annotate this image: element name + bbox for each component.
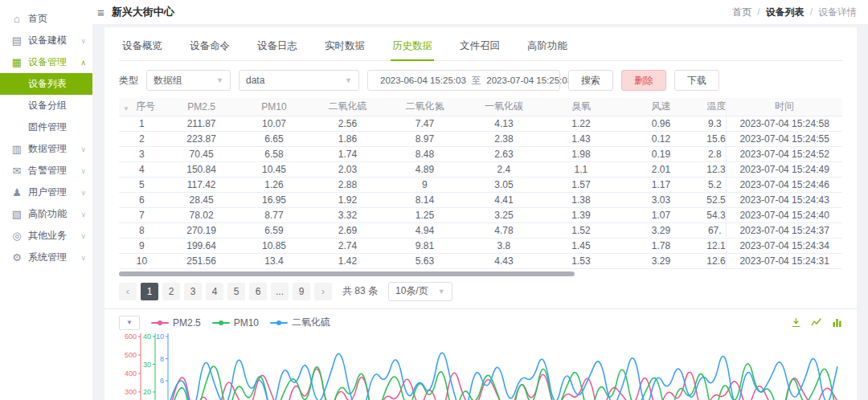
bar-chart-icon[interactable] — [832, 317, 842, 328]
prev-page-button[interactable]: ‹ — [119, 283, 137, 300]
download-button[interactable]: 下载 — [674, 70, 719, 91]
legend-item[interactable]: PM10 — [212, 316, 259, 329]
tab[interactable]: 实时数据 — [323, 34, 366, 60]
sidebar-item[interactable]: ▦设备管理∧ — [0, 51, 92, 73]
table-row[interactable]: 1211.8710.072.567.474.131.220.969.32023-… — [119, 116, 842, 131]
chart-download-icon[interactable] — [791, 317, 801, 328]
chart-area[interactable]: 60050040030020010004030201001086420 — [119, 333, 842, 400]
date-range-picker[interactable]: 2023-06-04 15:25:03 至 2023-07-04 15:25:0… — [367, 70, 560, 91]
table-cell: 4.43 — [465, 253, 544, 268]
table-cell: 3.03 — [619, 192, 704, 207]
sidebar-item[interactable]: ▤设备建模∨ — [0, 30, 92, 51]
history-data-table: ▼序号PM2.5PM10二氧化硫二氧化氮一氧化碳臭氧风速温度时间1211.871… — [119, 98, 842, 269]
data-point-select-value: data — [246, 75, 264, 86]
table-cell: 3.8 — [465, 238, 544, 253]
line-chart-icon[interactable] — [811, 317, 822, 328]
history-line-chart[interactable]: 60050040030020010004030201001086420 — [119, 333, 842, 400]
table-row[interactable]: 10251.5613.41.425.634.431.533.2912.62023… — [119, 253, 842, 268]
table-cell: 6.65 — [238, 131, 309, 146]
table-cell: 52.5 — [703, 192, 726, 207]
sidebar-item[interactable]: ◎其他业务∨ — [0, 225, 92, 247]
table-cell: 1.57 — [543, 177, 618, 192]
sidebar-subitem[interactable]: 固件管理 — [0, 116, 92, 138]
table-row[interactable]: 4150.8410.452.034.892.41.12.0112.32023-0… — [119, 161, 842, 177]
sidebar-item[interactable]: ⌂首页 — [0, 8, 92, 30]
tab[interactable]: 设备概览 — [121, 34, 164, 60]
page-button[interactable]: 9 — [293, 283, 310, 300]
table-row[interactable]: 5117.421.262.8893.051.571.175.22023-07-0… — [119, 177, 842, 192]
data-point-select[interactable]: data ▼ — [239, 70, 359, 91]
breadcrumb-device-list[interactable]: 设备列表 — [766, 6, 805, 19]
delete-button[interactable]: 删除 — [621, 70, 666, 91]
table-cell: 4.94 — [385, 222, 465, 238]
table-cell: 0.12 — [619, 131, 704, 146]
data-group-select[interactable]: 数据组 ▼ — [146, 70, 231, 91]
sidebar-item-label: 首页 — [28, 12, 86, 26]
sidebar-item-label: 数据管理 — [28, 142, 75, 156]
sidebar-item[interactable]: ♟用户管理∨ — [0, 182, 92, 203]
next-page-button[interactable]: › — [314, 283, 332, 300]
table-cell: 67. — [703, 222, 726, 238]
table-row[interactable]: 9199.6410.852.749.813.81.451.7812.12023-… — [119, 238, 842, 253]
legend-item[interactable]: 二氧化硫 — [270, 316, 330, 329]
sidebar-fold-icon[interactable]: ≡ — [97, 6, 104, 18]
page-title: 新兴大街中心 — [112, 5, 174, 19]
chevron-up-icon: ∧ — [80, 59, 86, 67]
sidebar-subitem[interactable]: 设备列表 — [0, 73, 92, 95]
chevron-down-icon: ▼ — [216, 76, 223, 84]
table-cell: 2.4 — [465, 161, 544, 177]
page-buttons: ‹123456...9› — [119, 283, 332, 300]
tab[interactable]: 设备命令 — [188, 34, 231, 60]
date-end[interactable]: 2023-07-04 15:25:03 — [486, 76, 572, 85]
header-filter-caret-icon[interactable]: ▼ — [123, 105, 129, 112]
table-cell: 9 — [385, 177, 465, 192]
table-row[interactable]: 628.4516.951.928.144.411.383.0352.52023-… — [119, 192, 842, 207]
tab[interactable]: 历史数据 — [391, 34, 434, 61]
table-row[interactable]: 778.028.773.321.253.251.391.0754.32023-0… — [119, 207, 842, 222]
page-button[interactable]: 3 — [184, 283, 202, 300]
table-cell: 78.02 — [165, 207, 238, 222]
tab[interactable]: 高阶功能 — [526, 34, 569, 60]
tab[interactable]: 文件召回 — [458, 34, 502, 60]
table-row[interactable]: 370.456.581.748.482.631.980.192.82023-07… — [119, 146, 842, 161]
table-cell: 2.03 — [310, 161, 385, 177]
legend-item[interactable]: PM2.5 — [151, 316, 201, 329]
sidebar-item[interactable]: ⚙系统管理∨ — [0, 247, 92, 268]
column-header: PM2.5 — [165, 98, 238, 116]
horizontal-scrollbar[interactable] — [119, 271, 575, 276]
page-button[interactable]: 6 — [249, 283, 267, 300]
sidebar-item-label: 高阶功能 — [28, 207, 75, 221]
chart-actions — [791, 317, 842, 328]
page-button[interactable]: 4 — [206, 283, 223, 300]
table-row[interactable]: 2223.876.651.868.972.381.430.1215.62023-… — [119, 131, 842, 146]
page-button[interactable]: 1 — [141, 283, 158, 300]
table-cell: 3.05 — [465, 177, 544, 192]
table-cell: 6 — [119, 192, 165, 207]
chart-config-button[interactable]: ▼ — [119, 316, 140, 330]
page-size-value: 10条/页 — [395, 284, 428, 298]
user-manage-icon: ♟ — [11, 186, 23, 198]
sidebar-item[interactable]: ▥数据管理∨ — [0, 138, 92, 160]
chevron-down-icon: ∨ — [80, 232, 86, 240]
page-ellipsis[interactable]: ... — [271, 283, 289, 300]
table-row[interactable]: 8270.196.592.694.944.781.523.2967.2023-0… — [119, 222, 842, 238]
sidebar-item[interactable]: ▧高阶功能∨ — [0, 203, 92, 225]
table-cell: 2.69 — [310, 222, 385, 238]
tab-bar: 设备概览设备命令设备日志实时数据历史数据文件召回高阶功能 — [119, 34, 842, 61]
search-button[interactable]: 搜索 — [568, 70, 613, 91]
table-cell: 2023-07-04 15:24:55 — [727, 131, 842, 146]
legend-marker — [270, 320, 288, 326]
table-cell: 1.74 — [310, 146, 385, 161]
chart-legend: PM2.5PM10二氧化硫 — [151, 316, 330, 329]
page-button[interactable]: 2 — [162, 283, 180, 300]
table-cell: 1.25 — [385, 207, 465, 222]
page-size-select[interactable]: 10条/页 ▼ — [388, 282, 452, 301]
date-start[interactable]: 2023-06-04 15:25:03 — [380, 76, 466, 85]
sidebar-item[interactable]: ✉告警管理∨ — [0, 160, 92, 182]
breadcrumb-home[interactable]: 首页 — [732, 6, 751, 19]
sidebar-subitem[interactable]: 设备分组 — [0, 95, 92, 116]
tab[interactable]: 设备日志 — [256, 34, 299, 60]
page-button[interactable]: 5 — [227, 283, 245, 300]
table-cell: 10.45 — [238, 161, 309, 177]
table-cell: 28.45 — [165, 192, 238, 207]
